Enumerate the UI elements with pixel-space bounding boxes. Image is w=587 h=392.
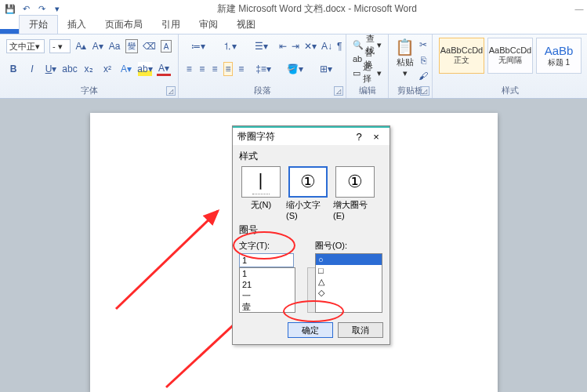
find-icon: 🔍 xyxy=(353,40,364,50)
format-painter-icon[interactable]: 🖌 xyxy=(416,69,430,83)
style-option-enlarge[interactable]: ① 增大圈号(E) xyxy=(333,166,377,220)
font-size-combo[interactable]: - ▾ xyxy=(49,39,71,53)
cut-icon[interactable]: ✂ xyxy=(416,38,430,52)
tab-view[interactable]: 视图 xyxy=(227,16,265,34)
undo-icon[interactable]: ↶ xyxy=(20,3,31,14)
font-dialog-launcher[interactable]: ◿ xyxy=(166,86,176,96)
numbering-icon[interactable]: ⒈▾ xyxy=(216,39,243,53)
para-dialog-launcher[interactable]: ◿ xyxy=(334,86,343,96)
list-item[interactable]: □ xyxy=(316,265,382,276)
group-style-label: 样式 xyxy=(439,83,582,96)
ribbon-tabs: 开始 插入 页面布局 引用 审阅 视图 xyxy=(0,17,587,34)
enclose-char-icon[interactable]: A xyxy=(161,40,172,53)
replace-icon: ab xyxy=(353,54,362,64)
change-case-icon[interactable]: Aa xyxy=(108,39,120,53)
group-clipboard: 📋 粘贴▾ ✂ ⎘ 🖌 剪贴板 ◿ xyxy=(389,34,433,98)
grow-font-icon[interactable]: A▴ xyxy=(75,39,87,53)
multilevel-icon[interactable]: ☰▾ xyxy=(248,39,274,53)
text-effect-icon[interactable]: A▾ xyxy=(119,62,133,76)
bullets-icon[interactable]: ≔▾ xyxy=(185,39,212,53)
align-center-icon[interactable]: ≡ xyxy=(197,62,205,76)
paste-button[interactable]: 📋 粘贴▾ xyxy=(395,38,415,83)
dialog-title: 带圈字符 xyxy=(237,130,350,143)
style-option-none[interactable]: 丨 无(N) xyxy=(239,166,283,220)
shrink-font-icon[interactable]: A▾ xyxy=(92,39,103,53)
redo-icon[interactable]: ↷ xyxy=(36,3,47,14)
ring-listbox[interactable]: ○ □ △ ◇ xyxy=(315,253,382,313)
window-title: 新建 Microsoft Word 文档.docx - Microsoft Wo… xyxy=(63,2,571,16)
group-edit-label: 编辑 xyxy=(353,83,382,96)
number-section-label: 圈号 xyxy=(239,223,383,237)
asian-layout-icon[interactable]: ✕▾ xyxy=(304,39,317,53)
ribbon: 文中正▾ - ▾ A▴ A▾ Aa 變 ⌫ A B I U▾ abc x₂ x²… xyxy=(0,34,587,99)
text-input[interactable] xyxy=(239,253,294,267)
align-left-icon[interactable]: ≡ xyxy=(185,62,193,76)
ok-button[interactable]: 确定 xyxy=(288,322,333,338)
dialog-titlebar: 带圈字符 ? × xyxy=(233,126,390,145)
text-field-label: 文字(T): xyxy=(239,240,307,252)
tab-insert[interactable]: 插入 xyxy=(58,16,96,34)
list-item[interactable]: ◇ xyxy=(316,287,382,298)
style-option-shrink[interactable]: ① 缩小文字(S) xyxy=(286,166,330,220)
justify-icon[interactable]: ≡ xyxy=(223,62,232,76)
list-item[interactable]: 21 xyxy=(240,279,295,290)
line-spacing-icon[interactable]: ‡≡▾ xyxy=(250,62,277,76)
clip-dialog-launcher[interactable]: ◿ xyxy=(420,86,429,96)
paste-icon: 📋 xyxy=(395,38,415,56)
distribute-icon[interactable]: ≡ xyxy=(237,62,245,76)
style-shrink-preview: ① xyxy=(288,166,328,198)
borders-icon[interactable]: ⊞▾ xyxy=(313,62,339,76)
enclose-char-dialog: 带圈字符 ? × 样式 丨 无(N) ① 缩小文字(S) ① 增大圈号(E) 圈… xyxy=(232,125,390,345)
close-button[interactable]: × xyxy=(368,131,385,143)
style-heading1[interactable]: AaBb 标题 1 xyxy=(536,38,582,74)
list-item[interactable]: 1 xyxy=(240,268,295,279)
bold-icon[interactable]: B xyxy=(6,62,20,76)
tab-layout[interactable]: 页面布局 xyxy=(96,16,152,34)
copy-icon[interactable]: ⎘ xyxy=(416,53,430,67)
sort-icon[interactable]: A↓ xyxy=(321,39,332,53)
increase-indent-icon[interactable]: ⇥ xyxy=(292,39,299,53)
font-name-combo[interactable]: 文中正▾ xyxy=(6,39,45,53)
group-para-label: 段落 xyxy=(185,83,339,96)
minimize-icon[interactable]: — xyxy=(571,4,587,13)
select-icon: ▭ xyxy=(353,68,361,78)
group-editing: 🔍查找▾ ab替换 ▭选择▾ 编辑 xyxy=(346,34,389,98)
list-item[interactable]: 一 xyxy=(240,290,295,301)
text-column: 文字(T): 1 21 一 壹 xyxy=(239,240,307,313)
title-bar: 💾 ↶ ↷ ▾ 新建 Microsoft Word 文档.docx - Micr… xyxy=(0,0,587,17)
list-item[interactable]: △ xyxy=(316,276,382,287)
select-button[interactable]: ▭选择▾ xyxy=(353,66,382,80)
tab-file[interactable] xyxy=(0,29,19,34)
phonetic-guide-icon[interactable]: 變 xyxy=(125,39,138,53)
underline-icon[interactable]: U▾ xyxy=(44,62,58,76)
group-font-label: 字体 xyxy=(6,83,172,96)
list-item[interactable]: 壹 xyxy=(240,301,295,312)
cancel-button[interactable]: 取消 xyxy=(338,322,383,338)
font-color-icon[interactable]: A▾ xyxy=(157,62,171,76)
shading-icon[interactable]: 🪣▾ xyxy=(281,62,308,76)
strike-icon[interactable]: abc xyxy=(63,62,77,76)
tab-home[interactable]: 开始 xyxy=(19,15,58,34)
style-normal[interactable]: AaBbCcDd 正文 xyxy=(439,38,484,74)
style-nospacing[interactable]: AaBbCcDd 无间隔 xyxy=(487,38,533,74)
italic-icon[interactable]: I xyxy=(25,62,39,76)
tab-review[interactable]: 审阅 xyxy=(190,16,227,34)
style-enlarge-preview: ① xyxy=(335,166,375,198)
decrease-indent-icon[interactable]: ⇤ xyxy=(279,39,287,53)
save-icon[interactable]: 💾 xyxy=(5,3,16,14)
style-section-label: 样式 xyxy=(239,150,383,163)
superscript-icon[interactable]: x² xyxy=(100,62,114,76)
text-listbox[interactable]: 1 21 一 壹 xyxy=(239,267,295,313)
align-right-icon[interactable]: ≡ xyxy=(211,62,219,76)
subscript-icon[interactable]: x₂ xyxy=(82,62,96,76)
clear-format-icon[interactable]: ⌫ xyxy=(143,39,156,53)
qat-more-icon[interactable]: ▾ xyxy=(52,3,63,14)
tab-references[interactable]: 引用 xyxy=(152,16,190,34)
ring-column: 圈号(O): ○ □ △ ◇ xyxy=(315,240,383,313)
list-item[interactable]: ○ xyxy=(316,254,382,265)
help-button[interactable]: ? xyxy=(350,131,368,143)
ring-field-label: 圈号(O): xyxy=(315,240,383,252)
group-font: 文中正▾ - ▾ A▴ A▾ Aa 變 ⌫ A B I U▾ abc x₂ x²… xyxy=(0,34,179,98)
highlight-icon[interactable]: ab▾ xyxy=(138,62,152,76)
show-marks-icon[interactable]: ¶ xyxy=(337,39,342,53)
